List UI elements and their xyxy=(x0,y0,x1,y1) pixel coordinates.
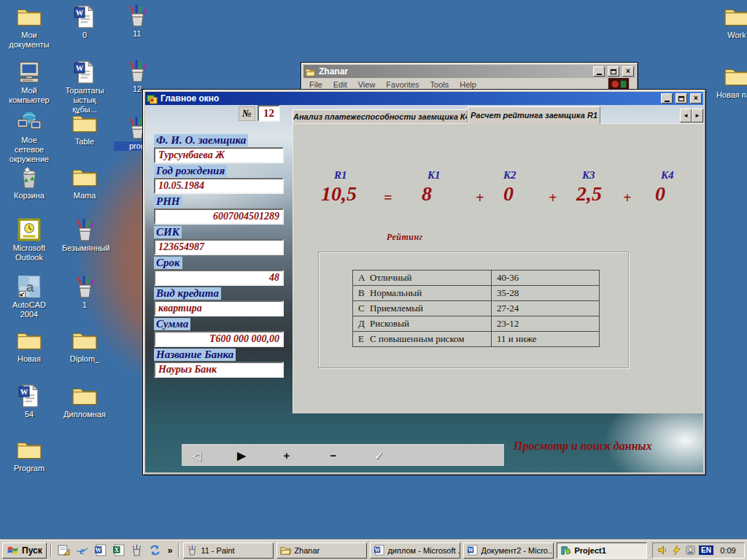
vb-icon xyxy=(560,545,571,556)
menu-item-view[interactable]: View xyxy=(358,80,376,89)
add-record-button[interactable]: + xyxy=(278,445,295,467)
desktop-icon-program[interactable]: Program xyxy=(6,438,53,473)
main-maximize-button[interactable] xyxy=(676,93,687,104)
start-button[interactable]: Пуск xyxy=(2,542,47,559)
desktop-icon-novaya-pa[interactable]: Новая па... xyxy=(713,64,747,100)
grade-letter: Д xyxy=(358,318,370,330)
field-input-5[interactable] xyxy=(154,300,284,316)
internet-explorer-icon[interactable]: e xyxy=(76,544,88,556)
paint-icon[interactable] xyxy=(131,544,143,556)
rating-caption: Рейтинг xyxy=(387,232,423,243)
taskbar-task-4[interactable]: Project1 xyxy=(557,542,647,559)
menu-item-favorites[interactable]: Favorites xyxy=(386,80,419,89)
desktop-icon-ms-outlook[interactable]: Microsoft Outlook xyxy=(6,217,53,262)
main-close-button[interactable]: × xyxy=(690,93,702,104)
task-label: Zhanar xyxy=(294,546,320,555)
main-titlebar[interactable]: Главное окно × xyxy=(145,92,703,105)
taskbar-task-1[interactable]: Zhanar xyxy=(276,542,367,559)
show-desktop-icon[interactable] xyxy=(58,544,70,556)
confirm-button[interactable]: ✓ xyxy=(370,445,387,467)
svg-text:W: W xyxy=(468,547,474,553)
field-input-1[interactable] xyxy=(154,178,284,194)
main-window[interactable]: Главное окно × № 12 ◄ ► Анализ платежесп… xyxy=(142,89,706,475)
table-row: ЕС повышенным риском11 и ниже xyxy=(353,332,600,347)
desktop-icon-work[interactable]: Work xyxy=(713,4,747,40)
rating-panel: R1K1K2K3K410,5=8+0+2,5+0 Рейтинг АОтличн… xyxy=(293,123,703,413)
tab-rating[interactable]: Расчет рейтинга заемщика R1 xyxy=(468,106,600,124)
zhanar-maximize-button[interactable] xyxy=(608,66,619,77)
desktop-icon-diplom[interactable]: Diplom_ xyxy=(61,328,108,364)
desktop-icon-label: Мое сетевое окружение xyxy=(6,136,53,164)
desktop-icon-diplomnaya[interactable]: Дипломная xyxy=(61,384,108,419)
tab-scroll-left-icon[interactable]: ◄ xyxy=(680,109,692,122)
taskbar-task-2[interactable]: Wдиплом - Microsoft ... xyxy=(370,542,460,559)
desktop-icon-novaya[interactable]: Новая xyxy=(6,328,53,364)
paint-icon xyxy=(124,3,150,28)
desktop-icon-my-documents[interactable]: Мои документы xyxy=(6,4,53,50)
autocad-icon: a xyxy=(16,274,42,299)
field-label-7: Название Банка xyxy=(154,349,236,361)
move-next-button[interactable]: ▶ xyxy=(233,445,250,467)
zhanar-titlebar[interactable]: Zhanar × xyxy=(303,65,635,78)
desktop-icon-paint-11[interactable]: 11 xyxy=(114,3,160,39)
volume-icon[interactable] xyxy=(657,545,668,556)
zhanar-minimize-button[interactable] xyxy=(593,66,605,77)
tab-analysis[interactable]: Анализ платежеспособности заемщика К4 xyxy=(293,109,468,124)
desktop-icon-doc-54[interactable]: W54 xyxy=(6,384,53,419)
desktop-icon-table-folder[interactable]: Table xyxy=(61,111,108,147)
field-input-3[interactable] xyxy=(154,239,284,255)
agent-icon[interactable] xyxy=(685,545,696,556)
move-previous-button[interactable]: ◁ xyxy=(187,445,205,467)
desktop-icon-paint-1[interactable]: 1 xyxy=(61,274,108,310)
desktop-icon-network[interactable]: Мое сетевое окружение xyxy=(6,109,53,164)
menu-item-edit[interactable]: Edit xyxy=(333,80,347,89)
equation-label-K4: K4 xyxy=(661,169,674,182)
field-input-6[interactable] xyxy=(154,331,284,347)
desktop-icon-my-computer[interactable]: Мой компьютер xyxy=(6,60,53,105)
desktop-icon-label: 1 xyxy=(61,300,108,310)
svg-text:W: W xyxy=(20,388,28,396)
desktop-icon-recycle-bin[interactable]: Корзина xyxy=(6,165,53,201)
task-label: Project1 xyxy=(574,546,605,555)
menu-item-file[interactable]: File xyxy=(309,80,322,89)
desktop-icon-mama[interactable]: Mama xyxy=(61,165,108,201)
main-minimize-button[interactable] xyxy=(661,93,673,104)
computer-icon xyxy=(16,60,42,85)
taskbar-clock[interactable]: 0:09 xyxy=(716,546,740,555)
desktop-icon-doc-0[interactable]: W0 xyxy=(61,4,108,40)
rating-range-cell: 11 и ниже xyxy=(492,332,600,347)
taskbar-divider xyxy=(50,543,52,558)
recycle-icon xyxy=(16,165,42,190)
field-input-7[interactable] xyxy=(154,362,284,378)
desktop-icon-toraptagy[interactable]: WТораптағы ыстық құбы... xyxy=(61,60,108,114)
outlook-icon xyxy=(16,217,42,242)
field-input-2[interactable] xyxy=(154,209,284,225)
desktop-icon-autocad-2004[interactable]: aAutoCAD 2004 xyxy=(6,274,53,319)
menu-item-tools[interactable]: Tools xyxy=(430,80,449,89)
outlook-express-icon[interactable] xyxy=(149,544,161,556)
grade-letter: В xyxy=(358,287,370,299)
field-label-5: Вид кредита xyxy=(154,287,221,300)
desktop-icon-label: Мои документы xyxy=(6,31,53,50)
field-input-4[interactable] xyxy=(154,270,284,286)
tab-scroll-right-icon[interactable]: ► xyxy=(692,109,703,122)
equation-label-K1: K1 xyxy=(427,169,441,182)
scheduler-icon[interactable] xyxy=(671,545,682,556)
taskbar-task-3[interactable]: WДокумент2 - Micro... xyxy=(463,542,554,559)
field-input-0[interactable] xyxy=(154,147,284,163)
quick-launch-bar: eWX xyxy=(55,544,163,556)
language-indicator[interactable]: EN xyxy=(699,545,713,555)
zhanar-close-button[interactable]: × xyxy=(622,66,634,77)
record-number-value[interactable]: 12 xyxy=(258,105,280,122)
menu-item-help[interactable]: Help xyxy=(460,80,476,89)
paint-icon xyxy=(71,274,98,299)
desktop-icon-bezymyannyi[interactable]: Безымянный xyxy=(61,217,108,253)
excel-icon[interactable]: X xyxy=(112,544,125,556)
taskbar-task-0[interactable]: 11 - Paint xyxy=(183,542,274,559)
delete-record-button[interactable]: − xyxy=(325,445,342,467)
quick-launch-overflow-icon[interactable]: » xyxy=(166,545,175,556)
word-icon[interactable]: W xyxy=(94,544,107,556)
paint-icon xyxy=(71,217,98,242)
desktop-icon-label: Безымянный xyxy=(61,244,108,253)
field-label-2: РНН xyxy=(154,195,182,208)
